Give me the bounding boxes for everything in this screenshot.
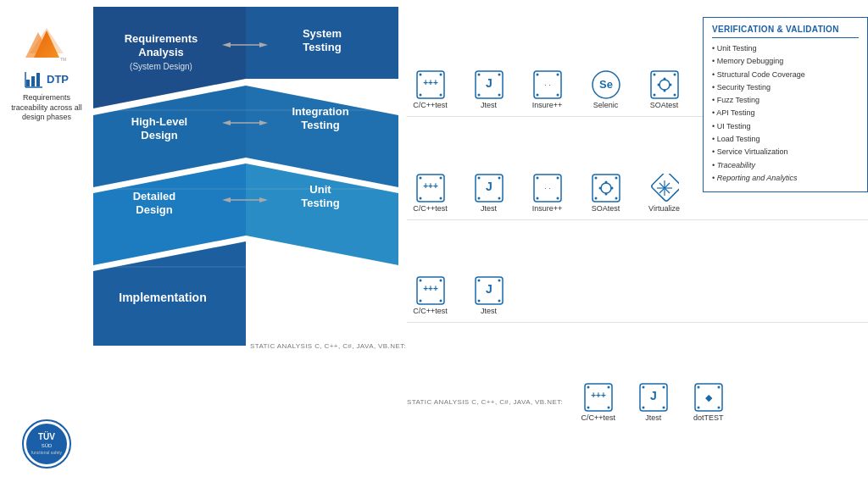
static-analysis-label: STATIC ANALYSIS C, C++, C#, JAVA, VB.NET… [250, 342, 406, 350]
svg-point-119 [419, 300, 421, 302]
svg-point-124 [498, 280, 500, 282]
svg-point-129 [587, 385, 589, 388]
svg-text:J: J [486, 180, 492, 193]
tool-cpp-unit: +++ C/C++test [407, 276, 453, 315]
verif-item-2: • Memory Debugging [712, 55, 859, 68]
svg-point-144 [717, 406, 720, 408]
svg-point-61 [536, 74, 538, 76]
jtest-icon-unit: J [475, 276, 504, 305]
svg-point-102 [604, 180, 607, 183]
tool-jtest-unit-label: Jtest [481, 307, 497, 315]
v-model-area: Requirements Analysis (System Design) Hi… [93, 8, 868, 480]
tool-selenic-system-label: Selenic [593, 101, 619, 109]
svg-point-130 [607, 385, 609, 388]
svg-point-123 [477, 280, 480, 282]
svg-point-69 [663, 78, 665, 80]
insure-icon-integration: · · [533, 174, 562, 202]
tool-dottest-static-label: dotTEST [693, 413, 724, 422]
svg-point-104 [598, 186, 601, 189]
tool-insure-integration-label: Insure++ [532, 204, 563, 213]
svg-rect-2 [31, 76, 35, 86]
tool-virtualize-integration: Virtualize [641, 174, 687, 213]
page-container: TM DTP Requirements traceability across … [0, 0, 868, 488]
svg-point-85 [439, 176, 442, 179]
svg-point-109 [615, 197, 617, 199]
svg-point-68 [659, 80, 670, 90]
svg-text:+++: +++ [423, 78, 438, 87]
svg-text:· ·: · · [544, 184, 551, 192]
tool-jtest-unit: J Jtest [465, 276, 512, 315]
svg-point-126 [498, 300, 500, 302]
svg-point-106 [594, 176, 597, 179]
svg-text:Implementation: Implementation [119, 291, 206, 304]
svg-point-103 [604, 192, 607, 195]
jtest-icon-integration: J [475, 174, 504, 202]
tool-cpp-system-label: C/C++test [413, 101, 448, 109]
svg-point-105 [610, 186, 613, 189]
verif-item-3: • Structural Code Coverage [712, 69, 859, 81]
main-content: Requirements Analysis (System Design) Hi… [93, 0, 868, 488]
verif-item-5: • Fuzz Testing [712, 94, 859, 107]
verif-item-6: • API Testing [712, 107, 859, 119]
svg-text:◆: ◆ [705, 392, 713, 402]
v-model-diagram: Requirements Analysis (System Design) Hi… [93, 7, 398, 473]
svg-point-136 [662, 385, 665, 388]
svg-point-71 [657, 84, 659, 86]
svg-point-55 [477, 74, 480, 76]
svg-text:+++: +++ [423, 284, 438, 293]
tool-selenic-system: Se Selenic [582, 70, 629, 109]
svg-text:Analysis: Analysis [138, 46, 183, 58]
svg-point-52 [439, 94, 442, 97]
jtest-icon: J [475, 70, 504, 99]
svg-text:High-Level: High-Level [131, 115, 187, 128]
svg-point-98 [536, 197, 538, 199]
svg-text:Design: Design [141, 129, 177, 141]
svg-text:Design: Design [136, 203, 172, 216]
jtest-icon-static: J [639, 383, 668, 412]
tool-cpp-static: +++ C/C++test [575, 383, 621, 422]
svg-point-73 [653, 74, 655, 76]
svg-point-72 [669, 84, 671, 86]
tool-soatest-system-label: SOAtest [650, 101, 679, 109]
svg-point-86 [419, 197, 421, 199]
tool-soatest-integration-label: SOAtest [592, 204, 620, 213]
tool-cpp-system: +++ C/C++test [407, 70, 453, 109]
tool-soatest-system: SOAtest [641, 70, 687, 109]
dtp-description: Requirements traceability across all des… [7, 93, 86, 123]
tool-jtest-integration-label: Jtest [481, 204, 497, 213]
v-shape-svg: Requirements Analysis (System Design) Hi… [93, 7, 398, 473]
svg-text:TM: TM [60, 57, 66, 62]
virtualize-icon-integration [650, 174, 679, 202]
tuv-badge: TÜV SÜD functional safety [21, 419, 72, 469]
static-analysis-label: STATIC ANALYSIS C, C++, C#, JAVA, VB.NET… [407, 398, 563, 406]
svg-text:Integration: Integration [292, 105, 348, 118]
verification-panel: VERIFICATION & VALIDATION • Unit Testing… [703, 17, 868, 192]
svg-point-87 [439, 197, 442, 199]
dottest-icon: ◆ [694, 383, 723, 412]
svg-point-99 [556, 197, 559, 199]
svg-point-101 [601, 183, 611, 193]
svg-point-143 [697, 406, 699, 408]
tool-jtest-system: J Jtest [465, 70, 512, 109]
tool-jtest-integration: J Jtest [465, 174, 512, 213]
dtp-area: DTP [25, 69, 69, 88]
svg-point-131 [587, 406, 589, 408]
svg-point-62 [556, 74, 559, 76]
svg-point-97 [556, 176, 559, 179]
svg-point-84 [419, 176, 421, 179]
unit-testing-tools: +++ C/C++test J [407, 276, 868, 323]
svg-point-92 [477, 197, 480, 199]
company-logo: TM [21, 15, 72, 66]
svg-text:Se: Se [599, 78, 613, 91]
svg-point-125 [477, 300, 480, 302]
svg-point-51 [419, 94, 421, 97]
svg-point-50 [439, 74, 442, 76]
verification-list: • Unit Testing • Memory Debugging • Stru… [712, 42, 859, 185]
tool-cpp-static-label: C/C++test [581, 413, 615, 422]
tool-cpp-integration-label: C/C++test [413, 204, 448, 213]
dtp-chart-icon [25, 69, 43, 88]
svg-text:(System Design): (System Design) [130, 62, 192, 71]
svg-point-64 [556, 94, 559, 97]
svg-point-120 [439, 300, 442, 302]
svg-text:Requirements: Requirements [125, 32, 198, 45]
